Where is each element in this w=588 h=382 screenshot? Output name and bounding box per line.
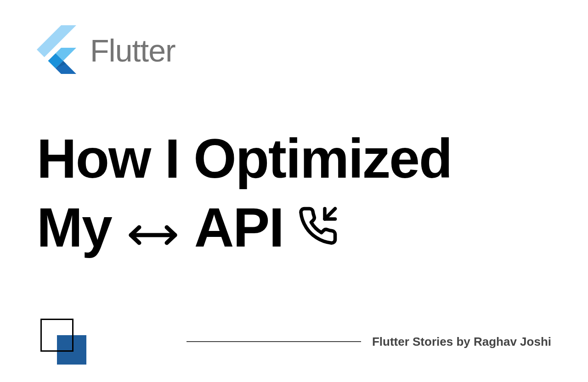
title-word-api: API [194, 193, 283, 262]
footer-byline-area: Flutter Stories by Raghav Joshi [187, 335, 551, 349]
phone-incoming-icon [297, 193, 339, 262]
bidirectional-arrow-icon [125, 193, 181, 262]
title-area: How I Optimized My API [37, 124, 551, 262]
title-line-2: My API [37, 193, 551, 262]
byline-text: Flutter Stories by Raghav Joshi [372, 335, 551, 349]
footer-area: Flutter Stories by Raghav Joshi [40, 319, 551, 365]
header-logo-area: Flutter [37, 25, 175, 76]
flutter-logo-icon [37, 25, 76, 76]
divider-line [187, 341, 361, 342]
title-line-1: How I Optimized [37, 124, 551, 193]
flutter-wordmark: Flutter [90, 33, 175, 68]
overlapping-squares-icon [40, 319, 86, 365]
title-word-my: My [37, 193, 112, 262]
